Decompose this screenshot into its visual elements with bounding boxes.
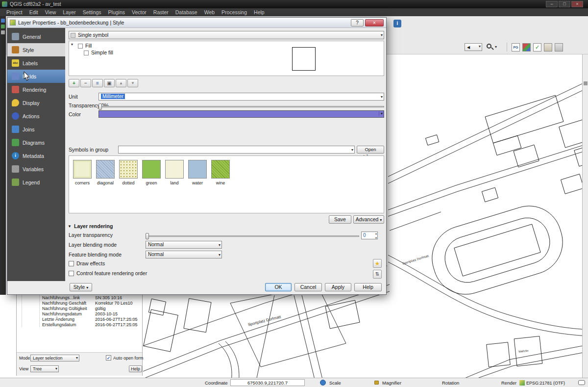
dialog-help-button[interactable]: ? xyxy=(351,19,364,26)
lock-scale-icon[interactable] xyxy=(374,381,379,385)
sidebar-item-variables[interactable]: Variables xyxy=(7,162,65,176)
add-symbol-layer-button[interactable]: + xyxy=(69,79,79,87)
menu-view[interactable]: View xyxy=(42,8,60,16)
menu-database[interactable]: Database xyxy=(172,8,201,16)
dock-icon-3[interactable] xyxy=(1,30,5,34)
sidebar-item-diagrams[interactable]: Diagrams xyxy=(7,136,65,149)
paste-icon[interactable] xyxy=(544,43,552,52)
ok-button[interactable]: OK xyxy=(265,283,292,291)
feature-blending-dropdown[interactable]: Normal ▾ xyxy=(146,251,222,258)
menu-layer[interactable]: Layer xyxy=(59,8,79,16)
identify-tree[interactable]: Nachführungs...link SN:305 10:16 Nachfüh… xyxy=(17,294,142,353)
apply-button[interactable]: Apply xyxy=(325,283,351,291)
layer-transparency-slider[interactable] xyxy=(146,235,359,237)
vector-layer-icon[interactable] xyxy=(522,43,531,52)
draw-effects-checkbox[interactable] xyxy=(69,261,74,266)
section-collapse-icon[interactable]: ▼ xyxy=(68,224,72,229)
minimize-button[interactable]: – xyxy=(546,1,558,7)
transparency-slider[interactable] xyxy=(98,106,384,107)
sidebar-item-label: Metadata xyxy=(23,153,44,159)
cancel-button[interactable]: Cancel xyxy=(294,283,322,291)
symbol-tree-panel[interactable]: ▾ Fill Simple fill xyxy=(69,41,384,76)
menu-processing[interactable]: Processing xyxy=(218,8,250,16)
mode-value: Layer selection xyxy=(33,356,63,361)
tree-item-simple-fill[interactable]: Simple fill xyxy=(91,50,113,55)
panel-handle-icon[interactable] xyxy=(584,81,588,85)
tree-expander-icon[interactable]: ▾ xyxy=(71,42,73,47)
advanced-button[interactable]: Advanced ▾ xyxy=(353,215,384,224)
open-library-button[interactable]: Open Library xyxy=(357,146,384,154)
layer-transparency-spinbox[interactable]: 0 ▴ ▾ xyxy=(361,232,378,239)
renderer-dropdown[interactable]: Single symbol ▾ xyxy=(69,31,384,39)
tree-item-fill[interactable]: Fill xyxy=(85,43,92,49)
spin-down-icon[interactable]: ▾ xyxy=(375,236,377,239)
sidebar-item-general[interactable]: General xyxy=(7,30,65,43)
save-symbol-button[interactable]: Save xyxy=(329,215,351,224)
feature-blending-label: Feature blending mode xyxy=(69,252,122,258)
style-menu-button[interactable]: Style ▾ xyxy=(70,283,92,291)
menu-plugins[interactable]: Plugins xyxy=(105,8,128,16)
unit-label: Unit xyxy=(69,94,78,100)
field-value: Korrektur 70 Les10 xyxy=(95,301,133,306)
layer-transparency-slider-handle[interactable] xyxy=(146,233,149,239)
menu-edit[interactable]: Edit xyxy=(26,8,42,16)
menu-raster[interactable]: Raster xyxy=(150,8,172,16)
dropdown-arrow-icon: ▾ xyxy=(219,253,220,257)
duplicate-symbol-layer-button[interactable]: ▣ xyxy=(104,79,115,87)
sidebar-item-style[interactable]: Style xyxy=(7,43,65,56)
identify-tool-icon[interactable]: i xyxy=(393,20,401,27)
crs-status-button[interactable]: EPSG:21781 (OTF) xyxy=(519,379,565,387)
toolbar-separator xyxy=(507,43,507,52)
dialog-titlebar[interactable]: Layer Properties - bb_bodenbedeckung | S… xyxy=(7,18,386,28)
sidebar-item-metadata[interactable]: i Metadata xyxy=(7,149,65,162)
layer-rendering-header[interactable]: Layer rendering xyxy=(74,223,113,229)
sidebar-item-actions[interactable]: Actions xyxy=(7,109,65,123)
move-down-button[interactable]: ▼ xyxy=(127,79,138,87)
sidebar-item-fields[interactable]: Fields xyxy=(7,70,65,83)
zoom-tool-button[interactable]: ▾ xyxy=(486,43,499,51)
postgis-icon[interactable]: PG xyxy=(512,43,520,52)
menu-vector[interactable]: Vector xyxy=(128,8,150,16)
renderer-value: Single symbol xyxy=(78,32,108,38)
unit-dropdown[interactable]: Millimeter ▾ xyxy=(98,93,384,101)
auto-open-form-checkbox[interactable]: ✓ xyxy=(106,355,111,361)
spin-up-icon[interactable]: ▴ xyxy=(375,232,377,235)
messages-bubble-icon[interactable] xyxy=(578,380,585,385)
menu-project[interactable]: Project xyxy=(3,8,26,16)
symbols-group-dropdown[interactable]: ▾ xyxy=(118,146,355,154)
effects-star-button[interactable]: ★ xyxy=(373,259,382,268)
rendering-order-button[interactable]: ⇅ xyxy=(373,270,382,279)
dock-icon-1[interactable] xyxy=(1,19,5,23)
copy-icon[interactable] xyxy=(555,43,563,52)
sidebar-item-labels[interactable]: abc Labels xyxy=(7,56,65,70)
transparency-slider-handle[interactable] xyxy=(98,103,102,110)
sidebar-item-joins[interactable]: Joins xyxy=(7,123,65,136)
sidebar-item-rendering[interactable]: Rendering xyxy=(7,83,65,96)
menu-settings[interactable]: Settings xyxy=(79,8,105,16)
color-button[interactable]: ▾ xyxy=(98,110,384,118)
lock-symbol-layer-button[interactable]: ≡ xyxy=(92,79,103,87)
control-order-checkbox[interactable] xyxy=(69,271,74,276)
extents-icon[interactable] xyxy=(320,380,326,386)
sidebar-item-display[interactable]: Display xyxy=(7,96,65,109)
mode-dropdown[interactable]: Layer selection ▾ xyxy=(30,355,79,361)
close-button[interactable]: × xyxy=(571,1,583,7)
panel-help-button[interactable]: Help xyxy=(129,365,142,372)
symbol-presets-panel: corners diagonal dotted green land water… xyxy=(69,155,384,213)
menu-help[interactable]: Help xyxy=(250,8,268,16)
sidebar-item-label: Diagrams xyxy=(23,140,45,146)
menu-web[interactable]: Web xyxy=(201,8,218,16)
layer-blending-dropdown[interactable]: Normal ▾ xyxy=(146,241,222,249)
dock-icon-2[interactable] xyxy=(1,25,5,28)
toggle-editing-icon[interactable]: ✓ xyxy=(533,43,541,52)
coordinate-field[interactable]: 675030.9,221720.7 xyxy=(230,379,305,386)
dropdown-arrow-icon: ▾ xyxy=(381,95,383,99)
view-dropdown[interactable]: Tree ▾ xyxy=(30,365,59,372)
remove-symbol-layer-button[interactable]: − xyxy=(80,79,91,87)
dialog-help-bottom-button[interactable]: Help xyxy=(354,283,382,291)
sidebar-item-legend[interactable]: Legend xyxy=(7,176,65,189)
dialog-close-button[interactable]: × xyxy=(365,19,384,26)
move-up-button[interactable]: ▲ xyxy=(116,79,126,87)
maximize-button[interactable]: □ xyxy=(559,1,570,7)
nav-history-combo[interactable]: ◀ ▾ xyxy=(465,43,482,51)
